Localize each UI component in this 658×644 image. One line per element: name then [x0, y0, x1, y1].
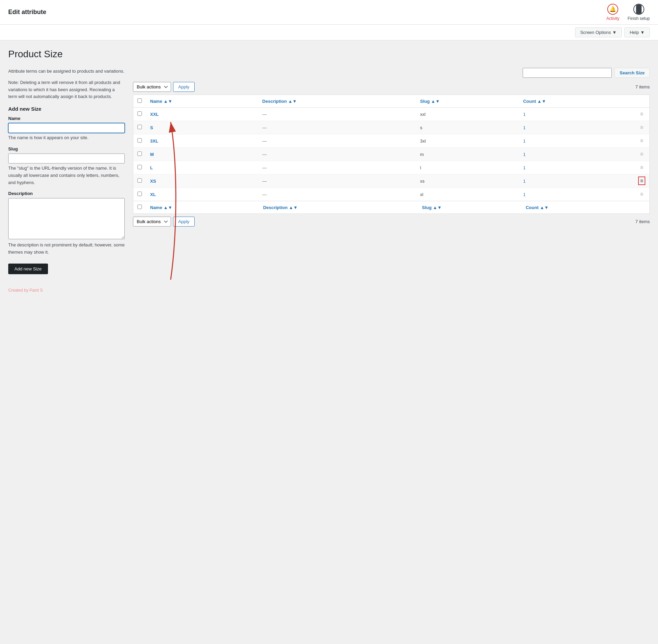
name-col-label: Name	[150, 99, 162, 104]
select-all-header	[133, 95, 146, 108]
row-description: —	[262, 125, 267, 130]
row-checkbox-cell	[133, 161, 146, 174]
slug-hint: The "slug" is the URL-friendly version o…	[8, 165, 125, 186]
main-content: Attribute terms can be assigned to produ…	[8, 68, 650, 274]
page-heading: Edit attribute	[8, 9, 46, 16]
count-sort-icon: ▲▼	[537, 99, 546, 104]
row-description: —	[262, 165, 267, 170]
bottom-select-all-checkbox[interactable]	[137, 205, 142, 209]
row-checkbox[interactable]	[137, 151, 142, 156]
bottom-count-sort-icon: ▲▼	[540, 205, 549, 210]
top-actions-row: Bulk actions Apply 7 items	[133, 82, 650, 92]
select-all-checkbox[interactable]	[137, 98, 142, 103]
description-textarea[interactable]	[8, 198, 125, 239]
bottom-description-sort-icon: ▲▼	[289, 205, 298, 210]
items-count-top: 7 items	[635, 84, 650, 89]
bulk-actions-left-bottom: Bulk actions Apply	[133, 217, 195, 227]
row-count-cell: 1	[519, 148, 634, 161]
row-handle-cell: ≡	[634, 121, 650, 134]
row-name[interactable]: XL	[150, 192, 156, 197]
row-count: 1	[523, 179, 525, 184]
activity-button[interactable]: 🔔 Activity	[606, 4, 619, 21]
row-description: —	[262, 179, 267, 184]
description-col-label: Description	[262, 99, 287, 104]
finish-setup-button[interactable]: Finish setup	[627, 4, 650, 21]
row-slug: l	[420, 165, 421, 170]
search-input[interactable]	[523, 68, 612, 78]
apply-button-bottom[interactable]: Apply	[173, 217, 195, 227]
watermark: Created by Paint S	[8, 288, 650, 293]
attributes-table: Name ▲▼ Description ▲▼ Slug ▲▼	[133, 95, 650, 201]
row-slug-cell: xl	[416, 188, 519, 201]
row-name-cell: 3XL	[146, 134, 258, 148]
row-name-cell: L	[146, 161, 258, 174]
bottom-slug-column-header[interactable]: Slug ▲▼	[418, 201, 522, 214]
row-checkbox[interactable]	[137, 138, 142, 143]
slug-sort-icon: ▲▼	[431, 99, 440, 104]
drag-handle[interactable]: ≡	[640, 191, 643, 197]
slug-col-label: Slug	[420, 99, 430, 104]
row-slug: xs	[420, 179, 425, 184]
row-count: 1	[523, 165, 525, 170]
drag-handle-highlighted[interactable]: ≡	[638, 177, 645, 185]
drag-handle[interactable]: ≡	[640, 111, 643, 117]
screen-options-button[interactable]: Screen Options ▼	[575, 27, 622, 37]
name-column-header[interactable]: Name ▲▼	[146, 95, 258, 108]
row-name[interactable]: XXL	[150, 112, 159, 117]
apply-button-top[interactable]: Apply	[173, 82, 195, 92]
row-name[interactable]: M	[150, 152, 154, 157]
page-title: Product Size	[8, 49, 650, 60]
search-button[interactable]: Search Size	[614, 68, 650, 78]
drag-handle[interactable]: ≡	[640, 151, 643, 157]
slug-input[interactable]	[8, 154, 125, 163]
bottom-count-column-header[interactable]: Count ▲▼	[522, 201, 637, 214]
table-header-row: Name ▲▼ Description ▲▼ Slug ▲▼	[133, 95, 650, 108]
row-handle-cell: ≡	[634, 148, 650, 161]
bottom-header-row: Name ▲▼ Description ▲▼ Slug ▲▼ Count	[133, 201, 650, 214]
table-row: L — l 1 ≡	[133, 161, 650, 174]
row-name[interactable]: S	[150, 125, 153, 130]
table-container: Name ▲▼ Description ▲▼ Slug ▲▼	[133, 95, 650, 201]
bottom-slug-sort-icon: ▲▼	[433, 205, 442, 210]
row-description: —	[262, 138, 267, 144]
row-checkbox[interactable]	[137, 125, 142, 129]
table-row: XXL — xxl 1 ≡	[133, 108, 650, 121]
row-checkbox[interactable]	[137, 178, 142, 183]
row-checkbox-cell	[133, 134, 146, 148]
drag-handle[interactable]: ≡	[640, 138, 643, 144]
count-col-label: Count	[523, 99, 536, 104]
row-checkbox[interactable]	[137, 111, 142, 116]
row-checkbox[interactable]	[137, 192, 142, 196]
finish-setup-icon	[633, 4, 644, 15]
slug-column-header[interactable]: Slug ▲▼	[416, 95, 519, 108]
row-name[interactable]: L	[150, 165, 153, 170]
bottom-description-column-header[interactable]: Description ▲▼	[259, 201, 418, 214]
row-description-cell: —	[258, 108, 416, 121]
row-name-cell: XL	[146, 188, 258, 201]
row-handle-cell: ≡	[634, 174, 650, 188]
screen-options-chevron-icon: ▼	[612, 30, 617, 35]
add-new-size-button[interactable]: Add new Size	[8, 264, 48, 274]
row-handle-cell: ≡	[634, 134, 650, 148]
bottom-name-column-header[interactable]: Name ▲▼	[146, 201, 259, 214]
top-bar-actions: 🔔 Activity Finish setup	[606, 4, 650, 21]
drag-handle[interactable]: ≡	[640, 124, 643, 130]
row-name[interactable]: 3XL	[150, 138, 158, 144]
row-slug: xl	[420, 192, 423, 197]
row-count-cell: 1	[519, 134, 634, 148]
drag-handle[interactable]: ≡	[640, 165, 643, 170]
table-row: XS — xs 1 ≡	[133, 174, 650, 188]
row-slug-cell: l	[416, 161, 519, 174]
count-column-header[interactable]: Count ▲▼	[519, 95, 634, 108]
help-label: Help	[630, 30, 639, 35]
name-input[interactable]	[8, 123, 125, 133]
top-bar: Edit attribute 🔔 Activity Finish setup	[0, 0, 658, 25]
description-column-header[interactable]: Description ▲▼	[258, 95, 416, 108]
description-1: Attribute terms can be assigned to produ…	[8, 68, 125, 75]
row-description-cell: —	[258, 148, 416, 161]
bulk-actions-select-bottom[interactable]: Bulk actions	[133, 217, 171, 227]
row-checkbox[interactable]	[137, 165, 142, 169]
row-name[interactable]: XS	[150, 179, 156, 184]
help-button[interactable]: Help ▼	[624, 27, 650, 37]
bulk-actions-select[interactable]: Bulk actions	[133, 82, 171, 92]
